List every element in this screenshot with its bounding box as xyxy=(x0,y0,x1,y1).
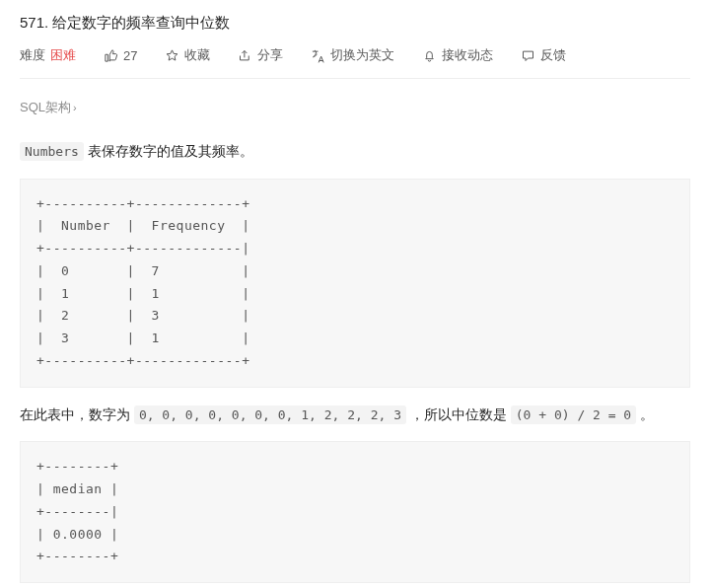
favorite-label: 收藏 xyxy=(184,46,210,64)
difficulty-value: 困难 xyxy=(50,46,76,64)
switch-lang-label: 切换为英文 xyxy=(330,46,394,64)
sql-schema-link[interactable]: SQL架构 › xyxy=(20,99,77,116)
feedback-button[interactable]: 反馈 xyxy=(521,46,566,64)
star-icon xyxy=(165,48,179,63)
text: ，所以中位数是 xyxy=(406,406,511,422)
share-label: 分享 xyxy=(257,46,283,64)
code-inline: 0, 0, 0, 0, 0, 0, 0, 1, 2, 2, 2, 3 xyxy=(134,405,406,424)
difficulty-label: 难度 xyxy=(20,46,45,64)
thumbs-up-icon xyxy=(104,48,118,63)
like-button[interactable]: 27 xyxy=(104,48,137,63)
intro-line: Numbers 表保存数字的值及其频率。 xyxy=(20,138,690,165)
intro-text: 表保存数字的值及其频率。 xyxy=(84,143,253,159)
share-button[interactable]: 分享 xyxy=(238,46,283,64)
subscribe-button[interactable]: 接收动态 xyxy=(422,46,493,64)
subscribe-label: 接收动态 xyxy=(442,46,493,64)
difficulty: 难度 困难 xyxy=(20,46,76,64)
translate-icon xyxy=(311,48,325,63)
share-icon xyxy=(238,48,252,63)
sql-schema-label: SQL架构 xyxy=(20,99,71,116)
comment-icon xyxy=(521,48,535,63)
favorite-button[interactable]: 收藏 xyxy=(165,46,210,64)
code-inline: Numbers xyxy=(20,142,84,161)
text: 。 xyxy=(636,406,654,422)
like-count: 27 xyxy=(123,48,137,63)
page-title: 571. 给定数字的频率查询中位数 xyxy=(20,14,690,33)
result-table: +--------+ | median | +--------| | 0.000… xyxy=(20,441,690,583)
switch-lang-button[interactable]: 切换为英文 xyxy=(311,46,394,64)
middle-line: 在此表中，数字为 0, 0, 0, 0, 0, 0, 0, 1, 2, 2, 2… xyxy=(20,402,690,428)
code-inline: (0 + 0) / 2 = 0 xyxy=(511,405,636,424)
bell-icon xyxy=(422,48,437,63)
numbers-table: +----------+-------------+ | Number | Fr… xyxy=(20,179,690,388)
chevron-right-icon: › xyxy=(73,102,77,113)
feedback-label: 反馈 xyxy=(540,46,566,64)
meta-row: 难度 困难 27 收藏 分享 切换为英文 xyxy=(20,46,690,79)
text: 在此表中，数字为 xyxy=(20,406,134,422)
